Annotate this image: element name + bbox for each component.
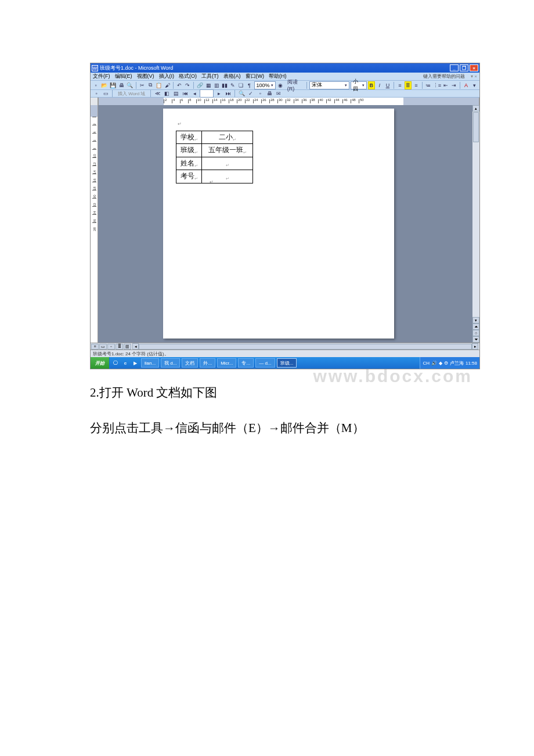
mm-next-record-icon[interactable]: ▸ <box>215 89 223 98</box>
menu-view[interactable]: 视图(V) <box>137 73 154 80</box>
prev-page-icon[interactable]: ⏶ <box>472 323 479 330</box>
menu-insert[interactable]: 插入(I) <box>159 73 175 80</box>
menu-window[interactable]: 窗口(W) <box>246 73 265 80</box>
print-layout-view-icon[interactable]: ▫ <box>107 344 115 350</box>
menu-tools[interactable]: 工具(T) <box>201 73 219 80</box>
columns-icon[interactable]: ▮▮ <box>221 81 228 89</box>
menu-help[interactable]: 帮助(H) <box>269 73 287 80</box>
tray-icon[interactable]: ⚙ <box>444 361 448 366</box>
insert-table-icon[interactable]: ▥ <box>213 81 220 89</box>
mm-record-number[interactable] <box>200 89 214 98</box>
help-icon[interactable]: ◉ <box>277 81 284 89</box>
underline-button[interactable]: U <box>384 81 391 89</box>
scroll-left-icon[interactable]: ◂ <box>132 343 139 350</box>
tray-clock[interactable]: 11:58 <box>466 361 477 366</box>
taskbar-item[interactable]: 我 d... <box>161 358 180 368</box>
help-dropdown-icon[interactable]: ▾ × <box>471 74 477 79</box>
scroll-right-icon[interactable]: ▸ <box>472 343 478 350</box>
horizontal-ruler[interactable]: 2468101214161820222426283032343638404244… <box>98 98 479 105</box>
align-right-icon[interactable]: ≡ <box>413 81 420 89</box>
taskbar-item[interactable]: 文档 <box>182 358 198 368</box>
horizontal-scrollbar[interactable]: ◂ ▸ <box>132 343 478 350</box>
decrease-indent-icon[interactable]: ⇤ <box>442 81 449 89</box>
mm-highlight-fields-icon[interactable]: ◧ <box>163 89 171 98</box>
cell-school-label[interactable]: 学校↵ <box>176 131 202 144</box>
cell-class-value[interactable]: 五年级一班↵ <box>202 144 253 157</box>
italic-button[interactable]: I <box>376 81 383 89</box>
show-marks-icon[interactable]: ¶ <box>246 81 252 89</box>
reading-layout-view-icon[interactable]: ▥ <box>124 344 131 350</box>
print-icon[interactable]: 🖶 <box>118 81 125 89</box>
scroll-down-icon[interactable]: ▾ <box>472 317 479 323</box>
insert-word-field-button[interactable]: 插入 Word 域 <box>115 89 148 98</box>
taskbar-item-active[interactable]: 班级... <box>277 358 297 368</box>
scroll-up-icon[interactable]: ▴ <box>472 105 479 111</box>
font-color-icon[interactable]: A <box>463 81 470 89</box>
increase-indent-icon[interactable]: ⇥ <box>450 81 457 89</box>
numbering-icon[interactable]: ≔ <box>425 81 432 89</box>
paste-icon[interactable]: 📋 <box>155 81 163 89</box>
system-tray[interactable]: CH 🔊 ◆ ⚙ 卢兰海 11:58 <box>420 357 479 369</box>
tables-borders-icon[interactable]: ▦ <box>205 81 212 89</box>
taskbar-item[interactable]: 外... <box>200 358 215 368</box>
window-close-button[interactable]: × <box>470 64 478 71</box>
new-doc-icon[interactable]: ▫ <box>92 81 99 89</box>
redo-icon[interactable]: ↷ <box>184 81 191 89</box>
tray-icon[interactable]: 🔊 <box>431 361 437 366</box>
bold-button[interactable]: B <box>368 81 375 89</box>
language-indicator[interactable]: CH <box>423 361 430 366</box>
undo-icon[interactable]: ↶ <box>176 81 183 89</box>
mm-merge-newdoc-icon[interactable]: ▫ <box>256 89 264 98</box>
menu-edit[interactable]: 编辑(E) <box>115 73 132 80</box>
align-center-icon[interactable]: ≣ <box>405 81 412 89</box>
select-browse-object-icon[interactable]: ○ <box>472 330 479 336</box>
taskbar-item[interactable]: 专... <box>238 358 254 368</box>
mm-last-record-icon[interactable]: ⏭ <box>224 89 232 98</box>
cell-class-label[interactable]: 班级↵ <box>176 144 202 157</box>
mm-prev-record-icon[interactable]: ◂ <box>190 89 199 98</box>
print-preview-icon[interactable]: 🔍 <box>126 81 134 89</box>
font-name-dropdown[interactable]: 宋体▾ <box>309 81 349 89</box>
mm-merge-email-icon[interactable]: ✉ <box>275 89 283 98</box>
tray-icon[interactable]: ◆ <box>439 361 442 366</box>
window-maximize-button[interactable]: ❐ <box>460 64 468 71</box>
scroll-thumb[interactable] <box>473 112 479 142</box>
cell-school-value[interactable]: 二小↵ <box>202 131 253 144</box>
open-icon[interactable]: 📂 <box>100 81 108 89</box>
taskbar-item[interactable]: Micr... <box>217 358 236 368</box>
start-button[interactable]: 开始 <box>91 357 110 369</box>
quicklaunch-player-icon[interactable]: ▶ <box>131 359 139 367</box>
menu-table[interactable]: 表格(A) <box>223 73 241 80</box>
vertical-ruler[interactable]: 246810121416182022242628 <box>91 105 98 343</box>
outline-view-icon[interactable]: ≣ <box>116 344 123 350</box>
toolbar-options-icon[interactable]: ▾ <box>471 81 478 89</box>
mm-open-data-icon[interactable]: ▭ <box>102 89 110 98</box>
align-left-icon[interactable]: ≡ <box>396 81 403 89</box>
cell-examno-label[interactable]: 考号↵ <box>176 170 202 183</box>
mm-first-record-icon[interactable]: ⏮ <box>181 89 189 98</box>
mm-view-data-icon[interactable]: ≪ <box>153 89 161 98</box>
menu-file[interactable]: 文件(F) <box>93 73 110 80</box>
format-painter-icon[interactable]: 🖌 <box>164 81 171 89</box>
doc-map-icon[interactable]: ❏ <box>237 81 244 89</box>
copy-icon[interactable]: ⧉ <box>147 81 154 89</box>
font-size-dropdown[interactable]: 小四▾ <box>351 81 367 89</box>
drawing-icon[interactable]: ✎ <box>229 81 236 89</box>
help-hint-input[interactable]: 键入需要帮助的问题 <box>423 73 465 80</box>
document-scroll-area[interactable]: ↵ 学校↵ 二小↵ 班级↵ 五年级一班↵ 姓名↵ ↵ <box>98 105 472 343</box>
taskbar-item[interactable]: — d... <box>255 358 275 368</box>
info-table[interactable]: 学校↵ 二小↵ 班级↵ 五年级一班↵ 姓名↵ ↵ 考号↵ <box>176 131 253 183</box>
window-minimize-button[interactable]: _ <box>450 64 459 71</box>
hyperlink-icon[interactable]: 🔗 <box>196 81 204 89</box>
vertical-scrollbar[interactable]: ▴ ▾ ⏶ ○ ⏷ <box>472 105 479 343</box>
save-icon[interactable]: 💾 <box>109 81 117 89</box>
mm-match-fields-icon[interactable]: ▤ <box>172 89 180 98</box>
web-layout-view-icon[interactable]: ▭ <box>99 344 107 350</box>
quicklaunch-ie-icon[interactable]: e <box>121 359 129 367</box>
zoom-dropdown[interactable]: 100%▾ <box>254 81 276 89</box>
quicklaunch-desktop-icon[interactable]: 🖵 <box>111 359 120 367</box>
cell-name-label[interactable]: 姓名↵ <box>176 157 202 170</box>
taskbar-item[interactable]: llan... <box>141 358 159 368</box>
cell-name-value[interactable]: ↵ <box>202 157 253 170</box>
read-mode-button[interactable]: 阅读(R) <box>285 81 305 89</box>
